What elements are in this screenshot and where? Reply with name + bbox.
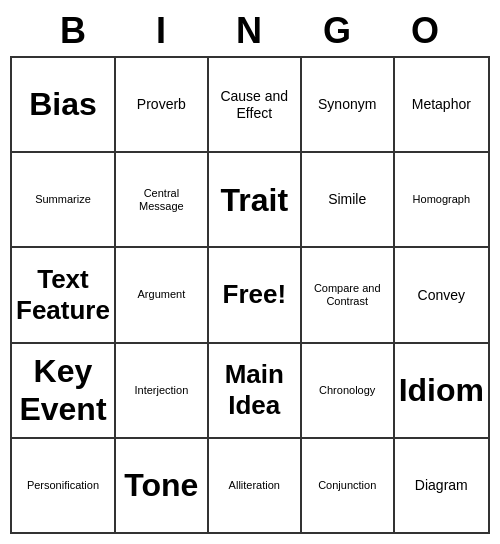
cell-24[interactable]: Diagram (395, 439, 490, 534)
cell-22[interactable]: Alliteration (209, 439, 302, 534)
cell-7[interactable]: Trait (209, 153, 302, 248)
cell-11[interactable]: Argument (116, 248, 209, 343)
cell-3[interactable]: Synonym (302, 58, 395, 153)
header-o: O (382, 10, 470, 52)
cell-2[interactable]: Cause and Effect (209, 58, 302, 153)
cell-15[interactable]: Key Event (12, 344, 116, 439)
cell-20[interactable]: Personification (12, 439, 116, 534)
header-g: G (294, 10, 382, 52)
cell-13[interactable]: Compare and Contrast (302, 248, 395, 343)
cell-12[interactable]: Free! (209, 248, 302, 343)
cell-9[interactable]: Homograph (395, 153, 490, 248)
cell-5[interactable]: Summarize (12, 153, 116, 248)
cell-1[interactable]: Proverb (116, 58, 209, 153)
cell-14[interactable]: Convey (395, 248, 490, 343)
header-i: I (118, 10, 206, 52)
cell-0[interactable]: Bias (12, 58, 116, 153)
cell-17[interactable]: Main Idea (209, 344, 302, 439)
cell-21[interactable]: Tone (116, 439, 209, 534)
cell-19[interactable]: Idiom (395, 344, 490, 439)
cell-16[interactable]: Interjection (116, 344, 209, 439)
cell-18[interactable]: Chronology (302, 344, 395, 439)
header-b: B (30, 10, 118, 52)
cell-4[interactable]: Metaphor (395, 58, 490, 153)
header-n: N (206, 10, 294, 52)
cell-23[interactable]: Conjunction (302, 439, 395, 534)
bingo-grid: BiasProverbCause and EffectSynonymMetaph… (10, 56, 490, 534)
bingo-header: B I N G O (10, 10, 490, 52)
cell-6[interactable]: Central Message (116, 153, 209, 248)
cell-8[interactable]: Simile (302, 153, 395, 248)
cell-10[interactable]: Text Feature (12, 248, 116, 343)
